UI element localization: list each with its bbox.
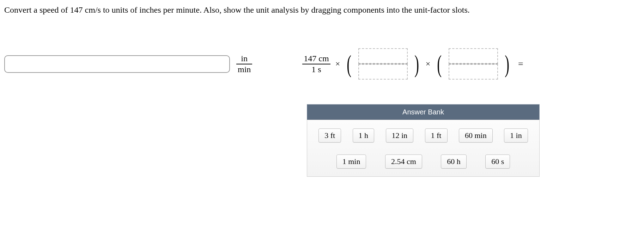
numeric-answer-input[interactable] — [4, 55, 230, 73]
unit-factor-slot-1 — [358, 48, 408, 80]
close-paren-icon: ) — [414, 53, 419, 75]
chip-1in[interactable]: 1 in — [504, 128, 528, 143]
bank-row-2: 1 min 2.54 cm 60 h 60 s — [313, 155, 534, 169]
given-denominator: 1 s — [310, 64, 322, 75]
equals-icon: = — [518, 59, 523, 69]
chip-1min[interactable]: 1 min — [336, 155, 366, 169]
bank-row-1: 3 ft 1 h 12 in 1 ft 60 min 1 in — [313, 128, 534, 143]
open-paren-icon: ( — [347, 53, 351, 75]
given-numerator: 147 cm — [302, 54, 330, 64]
given-fraction: 147 cm 1 s — [302, 54, 330, 75]
chip-12in[interactable]: 12 in — [386, 128, 414, 143]
close-paren-icon: ) — [505, 53, 509, 75]
drop-slot-2-denominator[interactable] — [449, 64, 498, 80]
times-icon: × — [335, 59, 340, 69]
chip-254cm[interactable]: 2.54 cm — [385, 155, 422, 169]
answer-unit-numerator: in — [239, 54, 249, 64]
equation-row: in min 147 cm 1 s × ( ) × ( ) = — [4, 48, 640, 80]
unit-analysis-expression: 147 cm 1 s × ( ) × ( ) = — [301, 48, 523, 80]
chip-60s[interactable]: 60 s — [485, 155, 510, 169]
times-icon: × — [426, 59, 431, 69]
answer-bank-body: 3 ft 1 h 12 in 1 ft 60 min 1 in 1 min 2.… — [307, 120, 540, 177]
unit-factor-slot-2 — [449, 48, 498, 80]
answer-unit-denominator: min — [236, 64, 252, 75]
open-paren-icon: ( — [437, 53, 442, 75]
chip-60h[interactable]: 60 h — [441, 155, 467, 169]
answer-bank-title: Answer Bank — [307, 104, 540, 120]
drop-slot-1-numerator[interactable] — [358, 48, 408, 64]
chip-1h[interactable]: 1 h — [353, 128, 375, 143]
answer-bank: Answer Bank 3 ft 1 h 12 in 1 ft 60 min 1… — [307, 104, 540, 177]
chip-1ft[interactable]: 1 ft — [425, 128, 448, 143]
chip-60min[interactable]: 60 min — [459, 128, 493, 143]
question-text: Convert a speed of 147 cm/s to units of … — [4, 4, 640, 17]
drop-slot-2-numerator[interactable] — [449, 48, 498, 64]
chip-3ft[interactable]: 3 ft — [318, 128, 341, 143]
drop-slot-1-denominator[interactable] — [358, 64, 408, 80]
answer-unit-fraction: in min — [236, 54, 252, 75]
